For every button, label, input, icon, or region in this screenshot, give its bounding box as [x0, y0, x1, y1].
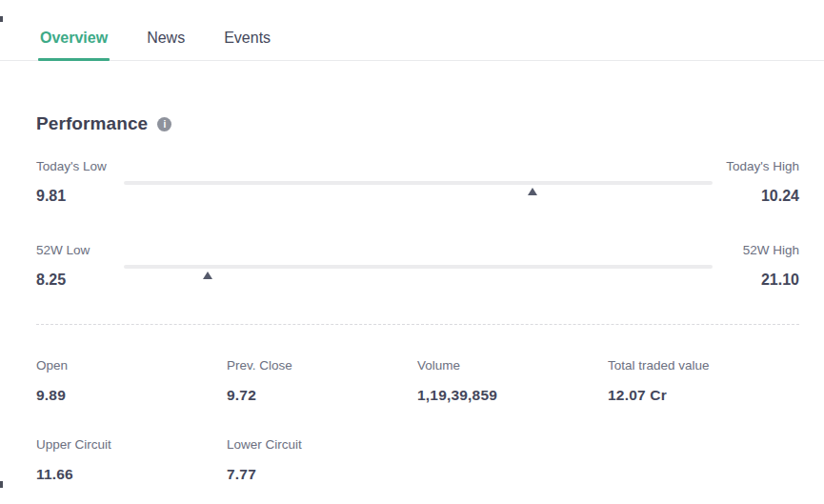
section-divider: [36, 324, 799, 325]
52w-low: 52W Low 8.25: [36, 243, 90, 289]
stat-prev-close: Prev. Close 9.72: [227, 358, 417, 404]
tab-events-label: Events: [224, 30, 271, 46]
active-tab-underline: [38, 58, 110, 61]
52w-high: 52W High 21.10: [743, 243, 799, 289]
stat-total-traded-value: Total traded value 12.07 Cr: [608, 358, 798, 404]
stat-value: 9.72: [227, 386, 417, 404]
stat-label: Total traded value: [608, 358, 798, 373]
stat-value: 9.89: [36, 386, 227, 404]
todays-high-label: Today's High: [726, 159, 799, 174]
tab-news[interactable]: News: [145, 30, 187, 60]
tab-overview-label: Overview: [40, 30, 108, 46]
stat-label: Prev. Close: [227, 358, 417, 373]
stat-value: 12.07 Cr: [608, 386, 798, 404]
stat-value: 1,19,39,859: [417, 386, 608, 404]
tab-news-label: News: [147, 30, 185, 46]
todays-low-label: Today's Low: [36, 159, 107, 174]
performance-header: Performance i: [36, 113, 799, 134]
screen-edge-artifact: [0, 16, 3, 22]
todays-high-value: 10.24: [726, 187, 799, 205]
52w-high-label: 52W High: [743, 243, 799, 258]
stat-value: 11.66: [36, 465, 227, 483]
info-icon[interactable]: i: [157, 117, 171, 131]
stat-label: Open: [36, 358, 227, 373]
tab-bar: Overview News Events: [0, 0, 824, 61]
todays-range-row: Today's Low 9.81 Today's High 10.24: [36, 159, 799, 205]
section-title: Performance: [36, 113, 148, 134]
stat-label: Upper Circuit: [36, 437, 227, 453]
overview-panel: Performance i Today's Low 9.81 Today's H…: [0, 113, 824, 483]
current-price-marker-icon: [528, 188, 537, 195]
52w-range-track: [124, 265, 713, 269]
todays-low: Today's Low 9.81: [36, 159, 107, 205]
stat-label: Volume: [417, 358, 608, 373]
52w-high-value: 21.10: [743, 271, 799, 289]
tab-overview[interactable]: Overview: [38, 30, 110, 60]
52w-low-label: 52W Low: [36, 243, 90, 258]
stats-grid: Open 9.89 Prev. Close 9.72 Volume 1,19,3…: [36, 358, 799, 483]
stat-lower-circuit: Lower Circuit 7.77: [227, 437, 417, 483]
todays-range-track: [124, 181, 713, 185]
stat-label: Lower Circuit: [227, 437, 417, 453]
current-price-marker-icon: [203, 272, 212, 279]
52w-low-value: 8.25: [36, 271, 90, 289]
stat-value: 7.77: [227, 465, 417, 483]
tab-events[interactable]: Events: [222, 30, 272, 60]
stat-open: Open 9.89: [36, 358, 227, 404]
todays-low-value: 9.81: [36, 187, 107, 205]
52w-range-row: 52W Low 8.25 52W High 21.10: [36, 243, 799, 289]
screen-edge-artifact: [0, 481, 3, 488]
todays-high: Today's High 10.24: [726, 159, 799, 205]
stat-upper-circuit: Upper Circuit 11.66: [36, 437, 227, 483]
stat-volume: Volume 1,19,39,859: [417, 358, 608, 404]
